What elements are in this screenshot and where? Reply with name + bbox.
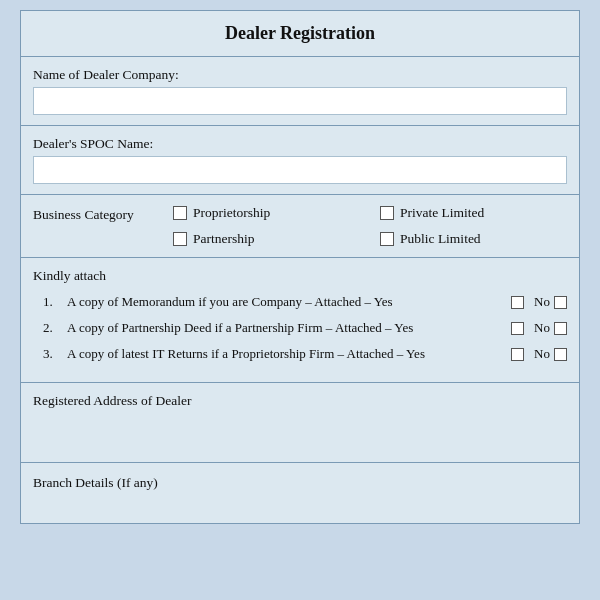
checkbox-partnership[interactable] xyxy=(173,232,187,246)
list-text-1: A copy of Memorandum if you are Company … xyxy=(67,294,503,310)
option-proprietorship-label: Proprietorship xyxy=(193,205,270,221)
business-category-row: Business Category Proprietorship Private… xyxy=(21,195,579,258)
business-category-label: Business Category xyxy=(33,205,173,223)
kindly-attach-title: Kindly attach xyxy=(33,268,567,284)
option-public-limited[interactable]: Public Limited xyxy=(380,231,567,247)
branch-details-row: Branch Details (If any) xyxy=(21,463,579,523)
list-item-1: 1. A copy of Memorandum if you are Compa… xyxy=(43,294,567,310)
option-partnership[interactable]: Partnership xyxy=(173,231,360,247)
option-private-limited[interactable]: Private Limited xyxy=(380,205,567,221)
checkbox-yes-1[interactable] xyxy=(511,296,524,309)
list-item-3: 3. A copy of latest IT Returns if a Prop… xyxy=(43,346,567,362)
yes-no-group-3: No xyxy=(511,346,567,362)
dealer-company-row: Name of Dealer Company: xyxy=(21,57,579,126)
list-number-3: 3. xyxy=(43,346,63,362)
option-private-limited-label: Private Limited xyxy=(400,205,484,221)
dealer-company-label: Name of Dealer Company: xyxy=(33,67,567,83)
list-text-2: A copy of Partnership Deed if a Partners… xyxy=(67,320,503,336)
yes-no-group-1: No xyxy=(511,294,567,310)
form-title: Dealer Registration xyxy=(21,11,579,57)
option-partnership-label: Partnership xyxy=(193,231,255,247)
spoc-name-label: Dealer's SPOC Name: xyxy=(33,136,567,152)
dealer-registration-form: Dealer Registration Name of Dealer Compa… xyxy=(20,10,580,524)
list-number-2: 2. xyxy=(43,320,63,336)
checkbox-public-limited[interactable] xyxy=(380,232,394,246)
attachment-list: 1. A copy of Memorandum if you are Compa… xyxy=(33,294,567,362)
checkbox-yes-3[interactable] xyxy=(511,348,524,361)
option-proprietorship[interactable]: Proprietorship xyxy=(173,205,360,221)
checkbox-no-2[interactable] xyxy=(554,322,567,335)
no-label-3: No xyxy=(528,346,550,362)
no-label-2: No xyxy=(528,320,550,336)
registered-address-label: Registered Address of Dealer xyxy=(33,393,567,409)
option-public-limited-label: Public Limited xyxy=(400,231,481,247)
kindly-attach-section: Kindly attach 1. A copy of Memorandum if… xyxy=(21,258,579,383)
list-item-2: 2. A copy of Partnership Deed if a Partn… xyxy=(43,320,567,336)
branch-details-label: Branch Details (If any) xyxy=(33,475,158,490)
spoc-name-input[interactable] xyxy=(33,156,567,184)
spoc-name-row: Dealer's SPOC Name: xyxy=(21,126,579,195)
list-text-3: A copy of latest IT Returns if a Proprie… xyxy=(67,346,503,362)
no-label-1: No xyxy=(528,294,550,310)
dealer-company-input[interactable] xyxy=(33,87,567,115)
list-number-1: 1. xyxy=(43,294,63,310)
yes-no-group-2: No xyxy=(511,320,567,336)
checkbox-proprietorship[interactable] xyxy=(173,206,187,220)
business-options-group: Proprietorship Private Limited Partnersh… xyxy=(173,205,567,247)
checkbox-no-1[interactable] xyxy=(554,296,567,309)
checkbox-no-3[interactable] xyxy=(554,348,567,361)
checkbox-yes-2[interactable] xyxy=(511,322,524,335)
checkbox-private-limited[interactable] xyxy=(380,206,394,220)
registered-address-row: Registered Address of Dealer xyxy=(21,383,579,463)
